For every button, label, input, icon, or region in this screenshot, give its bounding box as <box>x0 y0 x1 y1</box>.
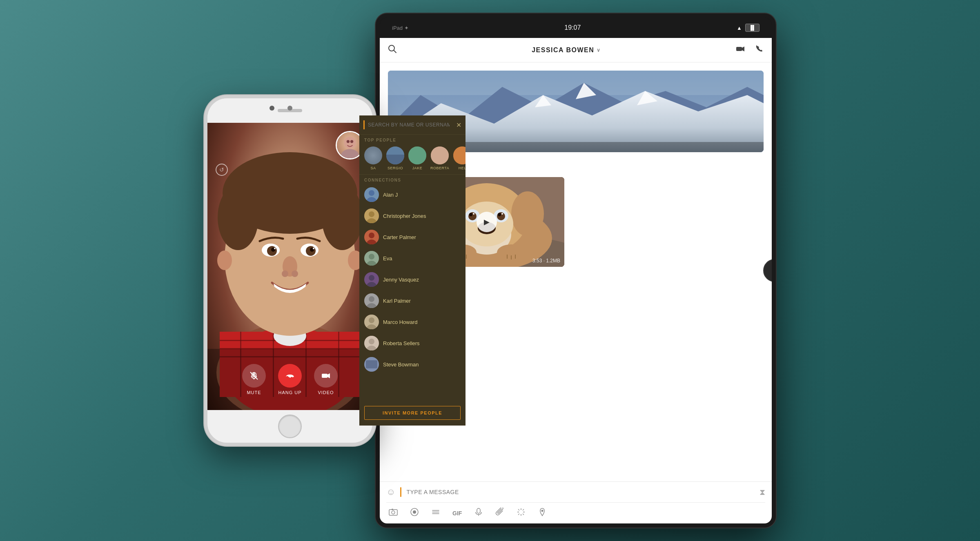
ipad-status-right: ▲ ▐▌ <box>737 24 760 32</box>
christopher-name: Christopher Jones <box>383 213 426 219</box>
list-item[interactable]: Alan J <box>359 184 466 205</box>
microphone-button[interactable] <box>474 508 483 519</box>
list-item[interactable]: Carter Palmer <box>359 226 466 248</box>
timer-icon[interactable]: ⧗ <box>760 488 765 497</box>
svg-point-53 <box>369 254 374 259</box>
camera-button[interactable] <box>389 508 398 519</box>
steve-avatar-img <box>364 357 379 372</box>
video-meta: 3:53 · 1.2MB <box>532 258 560 264</box>
svg-point-21 <box>274 248 276 249</box>
top-people-label: TOP PEOPLE <box>359 135 466 144</box>
svg-point-99 <box>501 213 503 215</box>
svg-point-59 <box>369 296 374 302</box>
iphone-screen: ↺ MUTE <box>207 123 372 410</box>
circle-button[interactable] <box>410 508 419 519</box>
phone-icon-svg <box>755 44 764 53</box>
karl-avatar <box>364 293 379 308</box>
search-icon[interactable] <box>388 44 397 55</box>
people-panel: ✕ TOP PEOPLE SA SERGIO <box>359 115 466 426</box>
search-close-button[interactable]: ✕ <box>456 121 461 129</box>
video-label: VIDEO <box>318 390 334 395</box>
list-item[interactable]: Jenny Vasquez <box>359 269 466 290</box>
hangup-button[interactable]: HANG UP <box>278 364 302 395</box>
christopher-avatar-img <box>364 208 379 223</box>
phone-hangup-icon <box>285 370 295 381</box>
message-input[interactable] <box>406 489 755 495</box>
mute-button[interactable]: MUTE <box>242 364 266 395</box>
invite-more-people-button[interactable]: INVITE MORE PEOPLE <box>364 406 461 420</box>
top-person-sergio[interactable]: SERGIO <box>386 146 404 170</box>
chat-input-row: ☺ ⧗ <box>386 487 765 503</box>
mic-slash-icon <box>249 371 258 380</box>
top-person-sa[interactable]: SA <box>364 146 382 170</box>
iphone-home-button[interactable] <box>278 415 302 438</box>
svg-point-13 <box>218 185 258 250</box>
top-person-name-sa: SA <box>370 166 376 170</box>
video-icon-svg <box>736 44 745 53</box>
video-call-icon[interactable] <box>736 44 745 55</box>
location-button[interactable] <box>538 508 547 519</box>
top-person-jake[interactable]: JAKE <box>408 146 426 170</box>
list-item[interactable]: Eva <box>359 248 466 269</box>
emoji-button[interactable]: ☺ <box>386 487 395 497</box>
list-item[interactable]: Roberta Sellers <box>359 333 466 354</box>
eva-avatar-img <box>364 251 379 266</box>
jenny-name: Jenny Vasquez <box>383 277 419 283</box>
svg-marker-37 <box>327 373 330 378</box>
svg-point-95 <box>497 212 505 220</box>
people-search-bar: ✕ <box>359 115 466 135</box>
svg-rect-39 <box>386 155 404 164</box>
chat-toolbar: GIF <box>386 508 765 519</box>
svg-rect-109 <box>389 510 397 515</box>
top-person-hel[interactable]: HEL <box>453 146 466 170</box>
svg-point-65 <box>369 339 374 344</box>
wifi-icon: ▲ <box>737 25 742 31</box>
iphone-front-camera <box>270 106 274 111</box>
layers-button[interactable] <box>431 508 440 519</box>
svg-point-62 <box>369 317 374 323</box>
svg-rect-111 <box>392 509 393 510</box>
svg-point-47 <box>369 211 374 217</box>
carter-name: Carter Palmer <box>383 234 416 240</box>
roberta-sellers-avatar <box>364 336 379 350</box>
search-svg <box>388 44 397 53</box>
top-people-row: SA SERGIO JAKE <box>359 144 466 174</box>
svg-point-56 <box>369 275 374 281</box>
svg-point-29 <box>341 149 359 158</box>
roberta-sellers-name: Roberta Sellers <box>383 340 420 346</box>
video-button[interactable]: VIDEO <box>314 364 338 395</box>
camera-icon <box>389 508 398 517</box>
list-item[interactable]: Christopher Jones <box>359 205 466 226</box>
sparkle-button[interactable] <box>517 508 526 519</box>
chevron-down-icon: ∨ <box>597 47 601 53</box>
connections-label: CONNECTIONS <box>359 174 466 184</box>
search-input[interactable] <box>363 120 453 129</box>
top-person-avatar-sergio <box>386 146 404 164</box>
phone-call-icon[interactable] <box>755 44 764 55</box>
battery-icon: ▐▌ <box>745 24 760 32</box>
gif-button[interactable]: GIF <box>452 510 462 517</box>
alan-avatar-img <box>364 187 379 202</box>
list-item[interactable]: Steve Bowman <box>359 354 466 375</box>
list-item[interactable]: Karl Palmer <box>359 290 466 311</box>
marco-avatar <box>364 315 379 329</box>
attachment-button[interactable] <box>495 508 504 519</box>
connections-list: Alan J Christopher Jones <box>359 184 466 402</box>
contact-name-text: JESSICA BOWEN <box>532 47 594 54</box>
sergio-avatar-img <box>386 146 404 164</box>
iphone-camera <box>287 106 292 111</box>
iphone-device: ↺ MUTE <box>204 95 376 446</box>
call-controls: MUTE HANG UP <box>207 349 372 410</box>
svg-point-89 <box>511 191 544 236</box>
list-item[interactable]: Marco Howard <box>359 311 466 333</box>
marco-name: Marco Howard <box>383 319 418 325</box>
chat-header: JESSICA BOWEN ∨ <box>380 38 772 62</box>
video-play-button[interactable]: ▶ <box>477 212 497 232</box>
top-person-roberta[interactable]: ROBERTA <box>430 146 449 170</box>
ipad-status-bar: iPad ✦ 19:07 ▲ ▐▌ <box>380 18 772 38</box>
svg-line-126 <box>518 514 519 515</box>
svg-point-30 <box>347 140 350 143</box>
top-person-avatar-roberta <box>431 146 449 164</box>
svg-line-70 <box>394 50 396 53</box>
mute-label: MUTE <box>247 390 261 395</box>
